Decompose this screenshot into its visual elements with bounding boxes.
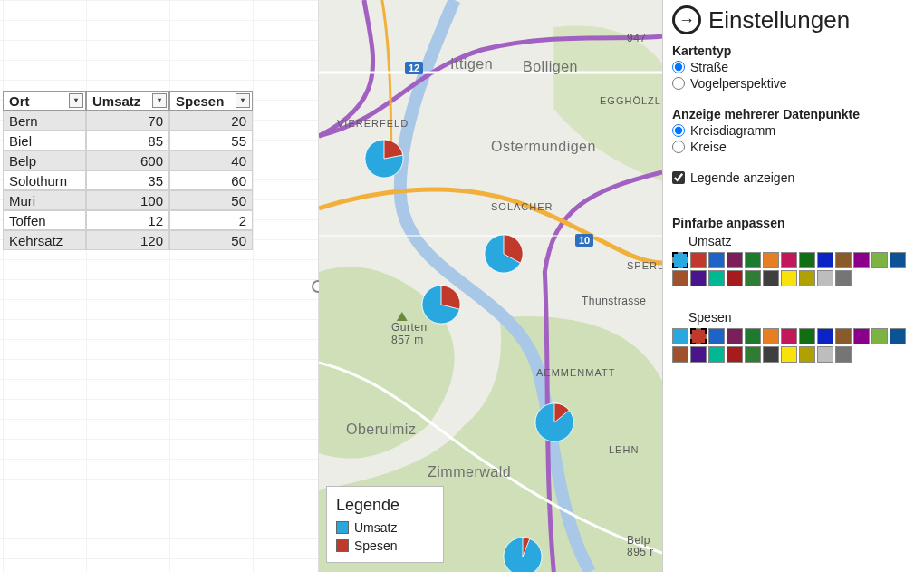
table-cell[interactable]: 600	[86, 150, 169, 170]
color-swatch[interactable]	[708, 346, 725, 363]
anzeige-radio-pie[interactable]	[672, 124, 685, 137]
color-swatch[interactable]	[871, 252, 888, 268]
color-swatch[interactable]	[708, 270, 725, 286]
series-label: Spesen	[688, 310, 915, 325]
table-cell[interactable]: Belp	[3, 150, 86, 170]
pie-marker[interactable]	[421, 285, 461, 325]
table-cell[interactable]: 50	[169, 230, 253, 250]
legend-item: Umsatz	[336, 520, 430, 535]
legend-label: Spesen	[354, 538, 397, 553]
column-header-umsatz[interactable]: Umsatz▾	[86, 91, 169, 111]
table-cell[interactable]: 2	[169, 210, 253, 230]
kartentyp-label: Kartentyp	[672, 44, 915, 58]
legend-checkbox-label: Legende anzeigen	[690, 170, 794, 185]
color-swatch[interactable]	[690, 328, 707, 344]
table-cell[interactable]: Biel	[3, 131, 86, 150]
table-cell[interactable]: Bern	[3, 111, 86, 131]
color-swatch[interactable]	[817, 346, 833, 363]
table-cell[interactable]: Kehrsatz	[3, 230, 86, 250]
table-cell[interactable]: 60	[169, 170, 253, 190]
color-swatch[interactable]	[727, 252, 743, 268]
color-swatch[interactable]	[708, 252, 725, 268]
anzeige-radio-circles[interactable]	[672, 141, 685, 153]
table-cell[interactable]: 50	[169, 190, 253, 210]
color-swatch[interactable]	[853, 252, 870, 268]
kartentyp-radio-aerial[interactable]	[672, 77, 685, 90]
pie-marker[interactable]	[484, 234, 524, 274]
table-cell[interactable]: 85	[86, 131, 169, 150]
color-swatch[interactable]	[781, 270, 797, 286]
color-swatch[interactable]	[727, 270, 743, 286]
legend-swatch	[336, 521, 349, 534]
color-swatch[interactable]	[690, 252, 707, 268]
column-header-ort[interactable]: Ort▾	[3, 91, 86, 111]
table-cell[interactable]: Muri	[3, 190, 86, 210]
color-swatch[interactable]	[781, 346, 797, 363]
legend-title: Legende	[336, 496, 430, 515]
color-swatch[interactable]	[763, 346, 779, 363]
color-swatch[interactable]	[835, 328, 852, 344]
pie-marker[interactable]	[534, 402, 574, 442]
color-swatch[interactable]	[781, 328, 797, 344]
grid-background	[0, 0, 318, 572]
table-cell[interactable]: Solothurn	[3, 170, 86, 190]
anzeige-label: Kreisdiagramm	[690, 123, 775, 138]
table-cell[interactable]: 100	[86, 190, 169, 210]
table-cell[interactable]: 55	[169, 131, 253, 150]
color-swatch[interactable]	[817, 270, 833, 286]
color-swatch[interactable]	[817, 252, 833, 268]
color-swatch[interactable]	[672, 270, 688, 286]
color-swatch[interactable]	[708, 328, 725, 344]
color-swatch[interactable]	[799, 346, 815, 363]
color-swatch[interactable]	[745, 252, 761, 268]
pinfarbe-label: Pinfarbe anpassen	[672, 216, 915, 230]
series-label: Umsatz	[688, 234, 915, 248]
spreadsheet-panel: Ort▾Umsatz▾Spesen▾Bern7020Biel8555Belp60…	[0, 0, 319, 572]
color-swatch[interactable]	[890, 328, 906, 344]
color-swatch[interactable]	[835, 270, 852, 286]
table-cell[interactable]: 12	[86, 210, 169, 230]
kartentyp-radio-road[interactable]	[672, 61, 685, 73]
color-swatch[interactable]	[763, 328, 779, 344]
table-cell[interactable]: 120	[86, 230, 169, 250]
table-cell[interactable]: 35	[86, 170, 169, 190]
color-swatch[interactable]	[799, 270, 815, 286]
pie-marker[interactable]	[503, 537, 543, 572]
color-swatch[interactable]	[853, 328, 870, 344]
color-swatch[interactable]	[763, 270, 779, 286]
filter-icon[interactable]: ▾	[236, 93, 250, 108]
color-swatch[interactable]	[871, 328, 888, 344]
color-swatch[interactable]	[672, 328, 688, 344]
table-cell[interactable]: 70	[86, 111, 169, 131]
color-swatch[interactable]	[745, 270, 761, 286]
filter-icon[interactable]: ▾	[152, 93, 167, 108]
color-swatches	[672, 252, 908, 286]
color-swatch[interactable]	[799, 252, 815, 268]
settings-title: Einstellungen	[708, 6, 850, 34]
color-swatch[interactable]	[690, 346, 707, 363]
color-swatch[interactable]	[835, 346, 852, 363]
color-swatch[interactable]	[745, 328, 761, 344]
color-swatch[interactable]	[672, 252, 688, 268]
color-swatch[interactable]	[817, 328, 833, 344]
color-swatch[interactable]	[727, 346, 743, 363]
color-swatch[interactable]	[672, 346, 688, 363]
map-panel: IttigenBolligenVIERERFELDEGGHÖLZLIOsterm…	[319, 0, 663, 572]
arrow-right-icon[interactable]: →	[672, 5, 701, 34]
color-swatch[interactable]	[727, 328, 743, 344]
data-table: Ort▾Umsatz▾Spesen▾Bern7020Biel8555Belp60…	[3, 91, 253, 250]
color-swatch[interactable]	[890, 252, 906, 268]
legend-checkbox[interactable]	[672, 171, 685, 184]
color-swatch[interactable]	[745, 346, 761, 363]
column-header-spesen[interactable]: Spesen▾	[169, 91, 253, 111]
table-cell[interactable]: Toffen	[3, 210, 86, 230]
color-swatch[interactable]	[781, 252, 797, 268]
filter-icon[interactable]: ▾	[69, 93, 83, 108]
color-swatch[interactable]	[835, 252, 852, 268]
color-swatch[interactable]	[690, 270, 707, 286]
table-cell[interactable]: 40	[169, 150, 253, 170]
table-cell[interactable]: 20	[169, 111, 253, 131]
pie-marker[interactable]	[364, 139, 404, 179]
color-swatch[interactable]	[763, 252, 779, 268]
color-swatch[interactable]	[799, 328, 815, 344]
